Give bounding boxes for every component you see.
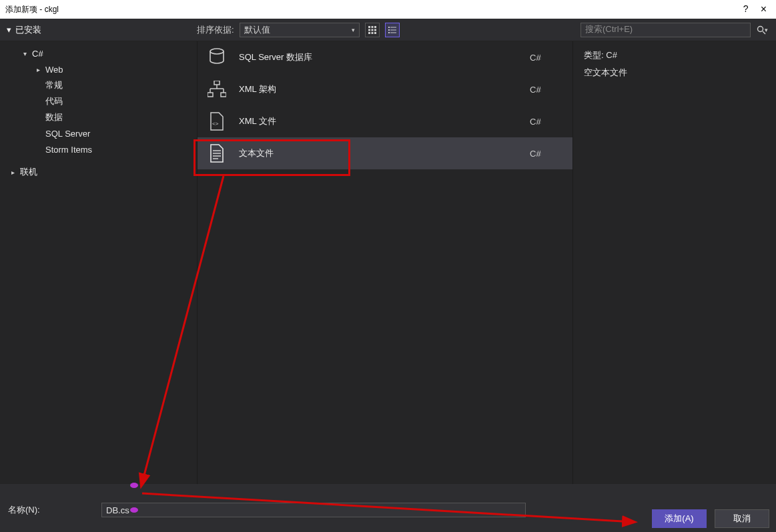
svg-text:<>: <>: [212, 121, 219, 127]
search-placeholder: 搜索(Ctrl+E): [585, 24, 633, 34]
chevron-down-icon: ▾: [352, 27, 355, 33]
svg-rect-11: [388, 29, 390, 31]
svg-point-15: [757, 26, 763, 31]
tree-label: 数据: [45, 111, 63, 123]
xml-file-icon: <>: [207, 111, 227, 131]
type-value: C#: [606, 50, 617, 60]
chevron-down-icon: ▾: [7, 25, 11, 35]
chevron-right-icon: ▸: [8, 169, 17, 176]
close-button[interactable]: ×: [761, 3, 767, 15]
name-label: 名称(N):: [8, 504, 88, 516]
template-name: XML 架构: [239, 83, 518, 95]
type-label: 类型:: [584, 50, 604, 60]
template-lang: C#: [530, 85, 563, 95]
tree-label: SQL Server: [45, 129, 90, 139]
tree-item-data[interactable]: 数据: [0, 109, 197, 125]
template-lang: C#: [530, 149, 563, 159]
template-row-xml-schema[interactable]: XML 架构 C#: [198, 73, 572, 105]
svg-rect-14: [390, 32, 396, 33]
toolbar: ▾ 已安装 排序依据: 默认值 ▾ 搜索(Ctrl+E) ▾: [0, 19, 776, 41]
tree-label: C#: [32, 49, 43, 59]
template-row-xml-file[interactable]: <> XML 文件 C#: [198, 105, 572, 137]
help-button[interactable]: ?: [743, 3, 749, 15]
svg-rect-6: [368, 32, 370, 34]
svg-rect-5: [374, 29, 376, 31]
svg-rect-9: [388, 27, 390, 28]
template-name: 文本文件: [239, 147, 518, 159]
view-list-button[interactable]: [385, 23, 400, 37]
tree-item-sqlserver[interactable]: SQL Server: [0, 125, 197, 141]
template-row-sqlserver-db[interactable]: SQL Server 数据库 C#: [198, 41, 572, 73]
svg-rect-7: [371, 32, 373, 34]
template-list: SQL Server 数据库 C# XML 架构 C# <> XML 文件 C#: [197, 41, 573, 484]
tree-label: Web: [45, 65, 63, 75]
template-name: XML 文件: [239, 115, 518, 127]
svg-point-17: [210, 49, 224, 54]
name-input[interactable]: [101, 503, 526, 517]
tree-label: 代码: [45, 95, 63, 107]
template-lang: C#: [530, 117, 563, 127]
text-file-icon: [207, 143, 227, 163]
template-lang: C#: [530, 53, 563, 63]
svg-rect-19: [208, 93, 213, 97]
tree-item-general[interactable]: 常规: [0, 77, 197, 93]
search-icon[interactable]: ▾: [755, 23, 769, 37]
category-tree: ▾ C# ▸ Web 常规 代码 数据 SQL Server: [0, 41, 197, 484]
chevron-right-icon: ▸: [33, 66, 43, 73]
window-title: 添加新项 - ckgl: [5, 4, 59, 15]
tree-item-code[interactable]: 代码: [0, 93, 197, 109]
svg-rect-2: [374, 26, 376, 28]
tree-item-web[interactable]: ▸ Web: [0, 61, 197, 77]
dialog-body: ▾ C# ▸ Web 常规 代码 数据 SQL Server: [0, 41, 776, 484]
tree-item-csharp[interactable]: ▾ C#: [0, 45, 197, 61]
dialog-window: 添加新项 - ckgl ? × ▾ 已安装 排序依据: 默认值 ▾: [0, 0, 776, 532]
xml-schema-icon: [207, 79, 227, 99]
svg-rect-13: [388, 32, 390, 33]
tree-label: Storm Items: [45, 145, 92, 155]
cancel-button[interactable]: 取消: [715, 509, 769, 528]
installed-header[interactable]: ▾ 已安装: [0, 24, 197, 36]
search-input[interactable]: 搜索(Ctrl+E): [580, 23, 751, 37]
detail-pane: 类型: C# 空文本文件: [573, 41, 776, 484]
svg-rect-3: [368, 29, 370, 31]
sort-dropdown[interactable]: 默认值 ▾: [240, 23, 360, 37]
template-name: SQL Server 数据库: [239, 51, 518, 63]
title-bar: 添加新项 - ckgl ? ×: [0, 0, 776, 19]
chevron-down-icon: ▾: [20, 50, 29, 57]
installed-label: 已安装: [15, 24, 41, 36]
svg-rect-4: [371, 29, 373, 31]
add-button[interactable]: 添加(A): [652, 509, 707, 528]
template-description: 空文本文件: [584, 67, 765, 79]
svg-rect-20: [221, 93, 226, 97]
tree-item-online[interactable]: ▸ 联机: [0, 164, 197, 180]
tree-item-storm[interactable]: Storm Items: [0, 141, 197, 157]
database-icon: [207, 47, 227, 67]
svg-rect-12: [390, 29, 396, 30]
svg-rect-1: [371, 26, 373, 28]
template-row-text-file[interactable]: 文本文件 C#: [198, 137, 572, 169]
tree-label: 联机: [20, 166, 37, 178]
view-grid-button[interactable]: [365, 23, 380, 37]
tree-label: 常规: [45, 79, 63, 91]
sort-label: 排序依据:: [197, 24, 234, 36]
svg-rect-0: [368, 26, 370, 28]
sort-value: 默认值: [244, 24, 270, 36]
svg-rect-18: [214, 81, 220, 85]
bottom-bar: 名称(N): 添加(A) 取消: [0, 484, 776, 532]
chevron-down-icon: ▾: [765, 27, 768, 33]
svg-rect-10: [390, 27, 396, 27]
svg-rect-8: [374, 32, 376, 34]
